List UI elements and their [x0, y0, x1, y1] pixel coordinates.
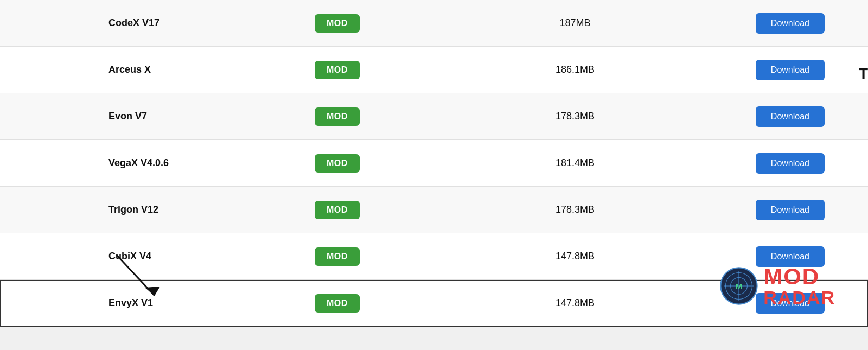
download-button[interactable]: Download	[756, 246, 825, 267]
row-action: Download	[738, 246, 825, 267]
mod-badge: MOD	[315, 154, 360, 173]
row-badge: MOD	[315, 247, 412, 266]
mod-badge: MOD	[315, 107, 360, 126]
row-badge: MOD	[315, 107, 412, 126]
mod-badge: MOD	[315, 294, 360, 313]
download-button[interactable]: Download	[756, 60, 825, 80]
row-size: 186.1MB	[412, 64, 738, 75]
download-button[interactable]: Download	[756, 106, 825, 127]
table-row: VegaX V4.0.6 MOD 181.4MB Download	[0, 140, 868, 187]
table-row: Evon V7 MOD 178.3MB Download	[0, 93, 868, 140]
download-button[interactable]: Download	[756, 153, 825, 174]
row-action: Download	[738, 60, 825, 80]
row-badge: MOD	[315, 294, 412, 313]
row-name: Evon V7	[108, 111, 315, 122]
row-name: CubiX V4	[108, 251, 315, 262]
row-badge: MOD	[315, 14, 412, 33]
table-row: CubiX V4 MOD 147.8MB Download	[0, 233, 868, 280]
mod-badge: MOD	[315, 61, 360, 79]
table-row: Arceus X MOD 186.1MB Download	[0, 47, 868, 93]
row-size: 178.3MB	[412, 204, 738, 215]
row-badge: MOD	[315, 154, 412, 173]
download-button[interactable]: Download	[756, 200, 825, 220]
row-name: Arceus X	[108, 64, 315, 75]
download-table: CodeX V17 MOD 187MB Download Arceus X MO…	[0, 0, 868, 327]
row-badge: MOD	[315, 61, 412, 79]
row-size: 147.8MB	[412, 251, 738, 262]
row-action: Download	[738, 106, 825, 127]
row-name: CodeX V17	[108, 17, 315, 29]
mod-badge: MOD	[315, 14, 360, 33]
row-size: 187MB	[412, 17, 738, 29]
row-size: 181.4MB	[412, 157, 738, 169]
download-button[interactable]: Download	[756, 293, 825, 314]
row-size: 178.3MB	[412, 111, 738, 122]
row-name: EnvyX V1	[108, 297, 315, 309]
table-row: Trigon V12 MOD 178.3MB Download	[0, 187, 868, 233]
mod-badge: MOD	[315, 201, 360, 219]
right-edge-text: T	[859, 65, 868, 82]
download-button[interactable]: Download	[756, 13, 825, 34]
row-name: Trigon V12	[108, 204, 315, 215]
table-row: CodeX V17 MOD 187MB Download	[0, 0, 868, 47]
row-action: Download	[738, 153, 825, 174]
row-action: Download	[738, 13, 825, 34]
row-action: Download	[738, 293, 825, 314]
row-badge: MOD	[315, 201, 412, 219]
row-action: Download	[738, 200, 825, 220]
mod-badge: MOD	[315, 247, 360, 266]
row-size: 147.8MB	[412, 297, 738, 309]
row-name: VegaX V4.0.6	[108, 157, 315, 169]
table-row: EnvyX V1 MOD 147.8MB Download	[0, 280, 868, 327]
